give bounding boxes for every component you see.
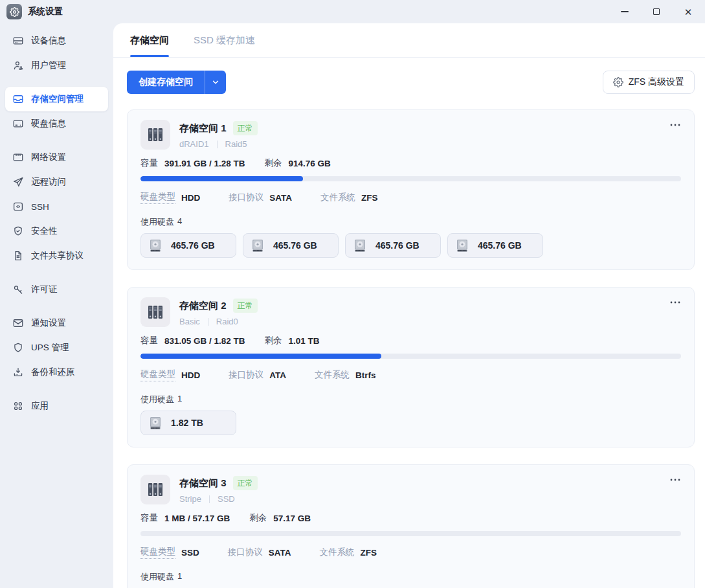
capacity-row: 容量831.05 GB / 1.82 TB剩余1.01 TB [140,335,681,346]
sidebar-item[interactable]: SSH [5,194,108,219]
meta-row: 硬盘类型HDD接口协议SATA文件系统ZFS [140,191,681,204]
minimize-button[interactable] [620,6,630,17]
more-options-button[interactable] [669,298,681,307]
tab-ssd-cache[interactable]: SSD 缓存加速 [194,23,255,57]
storage-pool-icon [140,120,170,150]
sidebar-item[interactable]: 设备信息 [5,28,108,53]
meta-label: 硬盘类型 [140,546,175,559]
capacity-progress-bar [140,176,681,181]
meta-label: 文件系统 [320,192,355,203]
disk-size: 465.76 GB [478,240,522,251]
sidebar-group: 设备信息用户管理 [0,28,113,78]
divider [217,141,218,148]
gear-icon [10,7,19,17]
sidebar-item[interactable]: 硬盘信息 [5,111,108,136]
window-title: 系统设置 [28,6,63,17]
sidebar-item[interactable]: 文件共享协议 [5,243,108,268]
meta-pair: 文件系统ZFS [320,191,378,204]
hdd-disk-icon [352,238,368,253]
gear-icon [613,77,623,87]
sidebar-item-label: 存储空间管理 [31,93,84,105]
meta-pair: 文件系统Btrfs [315,368,376,381]
capacity-label: 容量 [140,157,158,169]
pool-name: 存储空间 1 [179,122,227,135]
meta-label: 文件系统 [320,547,355,558]
main-panel: 存储空间SSD 缓存加速 创建存储空间 ZFS 高级设置 存储空间 1正常dRA… [113,23,705,588]
meta-label: 接口协议 [229,192,263,203]
sidebar-item-label: 用户管理 [31,60,66,71]
disk-count: 1 [177,394,182,405]
license-icon [12,284,24,295]
capacity-value: 1 MB / 57.17 GB [164,514,230,523]
create-pool-button[interactable]: 创建存储空间 [127,71,205,94]
disk-chip[interactable]: 465.76 GB [447,233,543,258]
sidebar-item[interactable]: 应用 [5,394,108,418]
sidebar-item[interactable]: 许可证 [5,277,108,302]
sidebar-item-label: 远程访问 [31,176,66,188]
more-options-button[interactable] [669,120,681,130]
sidebar-item-label: 文件共享协议 [31,250,84,262]
meta-value: SATA [269,193,292,203]
sidebar-item-label: UPS 管理 [31,342,69,354]
remote-access-icon [12,176,24,188]
backup-restore-icon [12,367,24,378]
meta-label: 硬盘类型 [140,191,175,204]
disk-size: 465.76 GB [171,240,215,251]
disk-info-icon [12,118,24,130]
sidebar-group: 通知设置UPS 管理备份和还原 [0,311,113,385]
pool-name: 存储空间 2 [179,300,227,312]
window-controls: ✕ [620,6,696,17]
maximize-button[interactable] [651,6,662,17]
card-header: 存储空间 3正常StripeSSD [140,475,681,504]
capacity-progress-bar [140,531,681,536]
meta-value: HDD [181,193,200,203]
sidebar-item-label: 安全性 [31,225,58,237]
meta-row: 硬盘类型SSD接口协议SATA文件系统ZFS [140,546,681,559]
meta-row: 硬盘类型HDD接口协议ATA文件系统Btrfs [140,368,681,381]
capacity-progress-fill [140,176,303,181]
disk-chip[interactable]: 465.76 GB [243,233,339,258]
ssh-icon [12,201,24,212]
disk-chip[interactable]: 465.76 GB [345,233,441,258]
sidebar-item[interactable]: 存储空间管理 [5,87,108,111]
device-info-icon [12,35,24,47]
storage-pool-icon [140,475,170,504]
status-badge: 正常 [233,121,258,135]
meta-pair: 硬盘类型SSD [140,546,199,559]
sidebar-item[interactable]: 备份和还原 [5,360,108,385]
sidebar-group: 许可证 [0,277,113,302]
security-icon [12,225,24,237]
more-options-button[interactable] [669,475,681,484]
capacity-value: 391.91 GB / 1.28 TB [164,159,245,168]
app-logo [6,4,22,19]
sidebar-item[interactable]: 安全性 [5,219,108,243]
meta-value: Btrfs [355,370,376,380]
disk-chip[interactable]: 1.82 TB [140,411,236,435]
capacity-label: 容量 [140,512,158,524]
meta-value: SATA [269,548,291,558]
raid-level: Basic [179,317,200,326]
sidebar-item-label: 应用 [31,400,49,412]
sidebar-item[interactable]: 网络设置 [5,145,108,170]
free-value: 914.76 GB [289,159,331,168]
close-button[interactable]: ✕ [683,6,693,17]
meta-pair: 接口协议ATA [229,368,286,381]
titlebar: 系统设置 ✕ [0,0,705,23]
notification-icon [12,317,24,329]
meta-label: 硬盘类型 [140,368,175,381]
disks-used-label: 使用硬盘1 [140,394,681,405]
meta-value: ATA [269,370,286,380]
create-pool-dropdown-button[interactable] [205,71,226,94]
zfs-settings-button[interactable]: ZFS 高级设置 [603,71,695,94]
meta-value: HDD [181,370,200,380]
sidebar-item[interactable]: 通知设置 [5,311,108,335]
free-value: 1.01 TB [289,336,320,346]
sidebar-item[interactable]: UPS 管理 [5,335,108,360]
meta-value: ZFS [361,548,377,558]
meta-pair: 接口协议SATA [228,546,291,559]
tab-storage-pool[interactable]: 存储空间 [130,23,169,57]
disk-chip[interactable]: 465.76 GB [140,233,236,258]
sidebar-item[interactable]: 用户管理 [5,53,108,78]
sidebar-item[interactable]: 远程访问 [5,170,108,194]
free-label: 剩余 [265,335,282,346]
